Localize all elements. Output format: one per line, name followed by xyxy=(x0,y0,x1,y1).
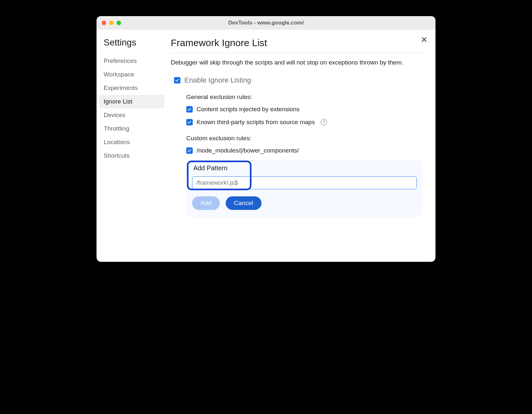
maximize-window-icon[interactable] xyxy=(117,21,121,25)
close-settings-button[interactable]: ✕ xyxy=(421,35,428,44)
node-modules-checkbox[interactable] xyxy=(186,147,193,154)
content-scripts-checkbox[interactable] xyxy=(186,106,193,113)
settings-main: Framework Ignore List Debugger will skip… xyxy=(164,30,435,262)
page-description: Debugger will skip through the scripts a… xyxy=(171,58,423,67)
sidebar-item-throttling[interactable]: Throttling xyxy=(102,122,164,135)
help-icon[interactable]: ? xyxy=(321,119,327,125)
cancel-button[interactable]: Cancel xyxy=(226,196,261,210)
sidebar-item-preferences[interactable]: Preferences xyxy=(102,54,164,68)
sidebar-item-workspace[interactable]: Workspace xyxy=(102,68,164,81)
enable-ignore-listing-label: Enable Ignore Listing xyxy=(184,76,251,84)
general-exclusion-section: General exclusion rules: Content scripts… xyxy=(171,94,423,126)
enable-ignore-listing-checkbox[interactable] xyxy=(174,77,180,84)
add-pattern-label: Add Pattern xyxy=(192,164,417,172)
sidebar-item-locations[interactable]: Locations xyxy=(102,135,164,149)
rule-label: Content scripts injected by extensions xyxy=(197,106,300,113)
window-titlebar: DevTools - www.google.com/ xyxy=(97,16,435,30)
sidebar-title: Settings xyxy=(102,37,164,48)
sidebar-item-devices[interactable]: Devices xyxy=(102,108,164,122)
devtools-settings-window: DevTools - www.google.com/ ✕ Settings Pr… xyxy=(97,16,435,262)
minimize-window-icon[interactable] xyxy=(109,21,114,25)
sidebar-item-experiments[interactable]: Experiments xyxy=(102,81,164,95)
third-party-checkbox[interactable] xyxy=(186,119,193,125)
checkmark-icon xyxy=(187,120,192,124)
sidebar-item-ignore-list[interactable]: Ignore List xyxy=(99,95,164,108)
custom-heading: Custom exclusion rules: xyxy=(186,135,423,142)
add-pattern-panel: Add Pattern Add Cancel xyxy=(186,160,423,217)
window-title: DevTools - www.google.com/ xyxy=(97,20,435,26)
rule-third-party-scripts: Known third-party scripts from source ma… xyxy=(186,119,423,126)
traffic-lights xyxy=(97,21,121,25)
close-window-icon[interactable] xyxy=(102,21,106,25)
rule-label: Known third-party scripts from source ma… xyxy=(197,119,315,126)
page-title: Framework Ignore List xyxy=(171,37,423,48)
custom-exclusion-section: Custom exclusion rules: /node_modules/|/… xyxy=(171,135,423,217)
rule-node-modules: /node_modules/|/bower_components/ xyxy=(186,147,423,154)
pattern-buttons: Add Cancel xyxy=(192,196,417,210)
settings-body: ✕ Settings Preferences Workspace Experim… xyxy=(97,30,435,262)
checkmark-icon xyxy=(187,107,192,112)
add-button[interactable]: Add xyxy=(192,196,220,210)
checkmark-icon xyxy=(175,78,179,83)
settings-sidebar: Settings Preferences Workspace Experimen… xyxy=(97,30,164,262)
pattern-input[interactable] xyxy=(192,176,417,189)
general-heading: General exclusion rules: xyxy=(186,94,423,101)
enable-ignore-listing-row: Enable Ignore Listing xyxy=(171,76,423,84)
sidebar-item-shortcuts[interactable]: Shortcuts xyxy=(102,149,164,163)
checkmark-icon xyxy=(187,148,192,153)
rule-content-scripts: Content scripts injected by extensions xyxy=(186,106,423,113)
rule-label: /node_modules/|/bower_components/ xyxy=(197,147,299,154)
title-divider xyxy=(171,53,423,53)
